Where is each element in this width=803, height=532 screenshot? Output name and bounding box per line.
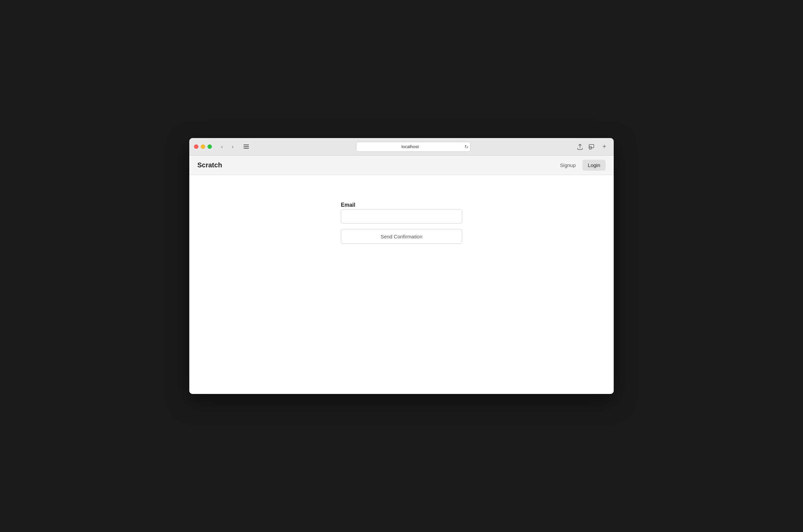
add-tab-side-button[interactable] — [587, 142, 596, 152]
browser-nav-buttons: ‹ › — [217, 142, 238, 152]
browser-chrome: ‹ › ↻ — [189, 138, 614, 155]
app-navbar: Scratch Signup Login — [189, 155, 614, 175]
svg-rect-1 — [244, 146, 249, 147]
app-nav-links: Signup Login — [555, 159, 605, 171]
form-container: Email Send Confirmation — [341, 202, 462, 244]
share-button[interactable] — [575, 142, 585, 152]
address-bar: ↻ — [258, 142, 568, 152]
browser-actions — [575, 142, 596, 152]
back-button[interactable]: ‹ — [217, 142, 227, 152]
address-bar-wrapper: ↻ — [356, 142, 470, 152]
send-confirmation-button[interactable]: Send Confirmation — [341, 229, 462, 244]
new-tab-button[interactable]: + — [600, 142, 609, 152]
tabs-icon — [589, 144, 594, 150]
email-input[interactable] — [341, 209, 462, 224]
reload-button[interactable]: ↻ — [465, 144, 468, 150]
app-brand: Scratch — [198, 161, 222, 169]
maximize-traffic-light[interactable] — [207, 145, 212, 149]
share-icon — [577, 144, 583, 150]
svg-rect-2 — [244, 148, 249, 149]
minimize-traffic-light[interactable] — [201, 145, 205, 149]
browser-window: ‹ › ↻ — [189, 138, 614, 394]
close-traffic-light[interactable] — [194, 145, 199, 149]
url-input[interactable] — [356, 142, 470, 152]
form-field-email: Email — [341, 202, 462, 224]
traffic-lights — [194, 145, 212, 149]
email-label: Email — [341, 202, 462, 208]
svg-rect-0 — [244, 145, 249, 146]
sidebar-icon — [244, 145, 249, 149]
signup-nav-link[interactable]: Signup — [555, 159, 581, 171]
forward-button[interactable]: › — [228, 142, 238, 152]
login-nav-link[interactable]: Login — [582, 159, 605, 171]
app-main: Email Send Confirmation — [189, 175, 614, 394]
browser-content: Scratch Signup Login Email Send Confirma… — [189, 155, 614, 394]
sidebar-toggle-button[interactable] — [242, 142, 251, 152]
